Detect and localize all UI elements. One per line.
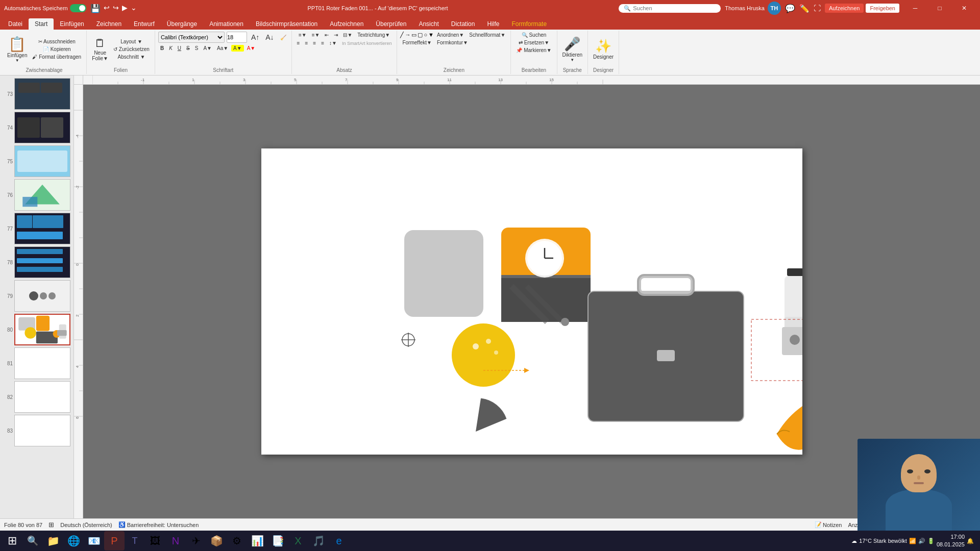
formkontur-button[interactable]: Formkontur▼	[435, 39, 470, 46]
notification-icon[interactable]: 🔔	[967, 538, 974, 544]
zuruecksetzen-button[interactable]: ↺ Zurücksetzen	[111, 46, 152, 53]
chrome-button[interactable]: 🌐	[63, 531, 84, 550]
notes-button[interactable]: 📝 Notizen	[815, 521, 842, 528]
list-bullet-button[interactable]: ≡▼	[297, 32, 309, 38]
aufzeichnen-button[interactable]: Aufzeichnen	[825, 4, 864, 13]
shadow-button[interactable]: S	[193, 45, 201, 52]
italic-button[interactable]: K	[167, 45, 175, 52]
file-explorer-button[interactable]: 📁	[43, 531, 63, 550]
slide-79[interactable]: 79	[2, 280, 71, 312]
search-taskbar-button[interactable]: 🔍	[22, 531, 43, 550]
save-icon[interactable]: 💾	[90, 4, 101, 13]
undo-icon[interactable]: ↩	[104, 4, 110, 13]
outlook-button[interactable]: 📧	[84, 531, 104, 550]
accessibility-status[interactable]: ♿ Barrierefreiheit: Untersuchen	[118, 521, 199, 528]
shape-arrow[interactable]: →	[405, 32, 410, 38]
font-family-select[interactable]: Calibri (Textkörper)	[158, 32, 225, 43]
tab-zeichnen[interactable]: Zeichnen	[90, 18, 128, 30]
freigeben-button[interactable]: Freigeben	[866, 4, 899, 13]
telegram-button[interactable]: ✈	[186, 531, 206, 550]
anordnen-button[interactable]: Anordnen▼	[435, 32, 466, 38]
designer-button[interactable]: ✨ Designer	[591, 37, 616, 61]
battery-icon[interactable]: 🔋	[927, 538, 935, 544]
app5-button[interactable]: 🎵	[308, 531, 329, 550]
app1-button[interactable]: 📦	[206, 531, 227, 550]
app3-button[interactable]: 📊	[247, 531, 267, 550]
slide-82[interactable]: 82	[2, 381, 71, 413]
increase-font-button[interactable]: A↑	[249, 33, 261, 42]
slide-81[interactable]: 81	[2, 347, 71, 380]
formeffekt-button[interactable]: Formeffekt▼	[400, 39, 434, 46]
canvas-wrap[interactable]: Thomas Hruska	[83, 85, 980, 518]
tab-formformate[interactable]: Formformate	[505, 18, 553, 30]
tab-einfuegen[interactable]: Einfügen	[54, 18, 90, 30]
tab-hilfe[interactable]: Hilfe	[481, 18, 505, 30]
slide-75[interactable]: 75	[2, 145, 71, 178]
highlight-button[interactable]: A▼	[231, 45, 244, 52]
tab-animationen[interactable]: Animationen	[203, 18, 250, 30]
align-justify-button[interactable]: ≡	[319, 40, 326, 46]
slide-77[interactable]: 77	[2, 212, 71, 245]
redo-icon[interactable]: ↪	[113, 4, 119, 13]
suchen-button[interactable]: 🔍 Suchen	[520, 32, 549, 38]
fullscreen-icon[interactable]: ⛶	[814, 4, 821, 12]
abschnitt-button[interactable]: Abschnitt ▼	[111, 54, 152, 60]
minimize-button[interactable]: ─	[903, 0, 927, 16]
tab-dictation[interactable]: Dictation	[445, 18, 481, 30]
teams-button[interactable]: T	[125, 531, 145, 550]
close-button[interactable]: ✕	[952, 0, 976, 16]
fontcolor-button[interactable]: A▼	[201, 45, 214, 52]
search-input[interactable]	[633, 5, 709, 11]
strikethrough-button[interactable]: S	[184, 45, 192, 52]
autosave-toggle[interactable]	[70, 4, 86, 12]
onenote-button[interactable]: N	[165, 531, 186, 550]
bold-button[interactable]: B	[158, 45, 166, 52]
language-status[interactable]: Deutsch (Österreich)	[60, 522, 112, 528]
slide-73[interactable]: 73	[2, 78, 71, 110]
textsize-button[interactable]: Aa▼	[215, 45, 230, 52]
align-left-button[interactable]: ≡	[295, 40, 302, 46]
tab-uebergaenge[interactable]: Übergänge	[161, 18, 203, 30]
wifi-icon[interactable]: 📶	[909, 538, 916, 544]
list-num-button[interactable]: ≡▼	[310, 32, 322, 38]
shape-oval[interactable]: ○	[424, 32, 427, 38]
textdir-button[interactable]: Textrichtung▼	[355, 32, 392, 38]
underline-button[interactable]: U	[176, 45, 183, 52]
ersetzen-button[interactable]: ⇄ Ersetzen▼	[517, 39, 551, 46]
slide-78[interactable]: 78	[2, 246, 71, 279]
pen-icon[interactable]: ✏️	[799, 4, 810, 13]
diktieren-button[interactable]: 🎤 Diktieren ▼	[560, 35, 584, 63]
app4-button[interactable]: 📑	[267, 531, 288, 550]
powerpoint-button[interactable]: P	[104, 531, 125, 550]
shape-rect[interactable]: ▭	[411, 32, 416, 38]
slide-74[interactable]: 74	[2, 111, 71, 144]
linespacing-button[interactable]: ↕▼	[327, 40, 339, 46]
ausschneiden-button[interactable]: ✂ Ausschneiden	[30, 38, 83, 45]
indent-less-button[interactable]: ⇤	[323, 32, 331, 38]
present-icon[interactable]: ▶	[122, 4, 128, 13]
layout-button[interactable]: Layout ▼	[111, 38, 152, 45]
excel-button[interactable]: X	[288, 531, 308, 550]
font-size-input[interactable]	[227, 32, 247, 43]
tab-datei[interactable]: Datei	[2, 18, 29, 30]
markieren-button[interactable]: 📌 Markieren▼	[514, 47, 553, 54]
slide-canvas[interactable]: Thomas Hruska	[261, 148, 802, 455]
chat-icon[interactable]: 💬	[785, 4, 795, 13]
neue-folie-button[interactable]: 🗒 Neue Folie▼	[90, 36, 110, 62]
volume-icon[interactable]: 🔊	[918, 538, 925, 544]
einfuegen-button[interactable]: 📋 Einfügen ▼	[5, 35, 29, 64]
app2-button[interactable]: ⚙	[227, 531, 247, 550]
shape-rrect[interactable]: ▢	[418, 32, 423, 38]
photos-button[interactable]: 🖼	[145, 531, 165, 550]
tab-bildschirm[interactable]: Bildschirmpräsentation	[250, 18, 324, 30]
slide-80[interactable]: 80	[2, 313, 71, 346]
tab-ueberpruefen[interactable]: Überprüfen	[370, 18, 412, 30]
decrease-font-button[interactable]: A↓	[263, 33, 276, 42]
format-button[interactable]: 🖌 Format übertragen	[30, 54, 83, 60]
shape-line[interactable]: ╱	[400, 32, 404, 38]
slide-83[interactable]: 83	[2, 414, 71, 447]
align-center-button[interactable]: ≡	[303, 40, 310, 46]
start-button[interactable]: ⊞	[2, 531, 22, 550]
tab-ansicht[interactable]: Ansicht	[412, 18, 445, 30]
slide-76[interactable]: 76	[2, 179, 71, 211]
